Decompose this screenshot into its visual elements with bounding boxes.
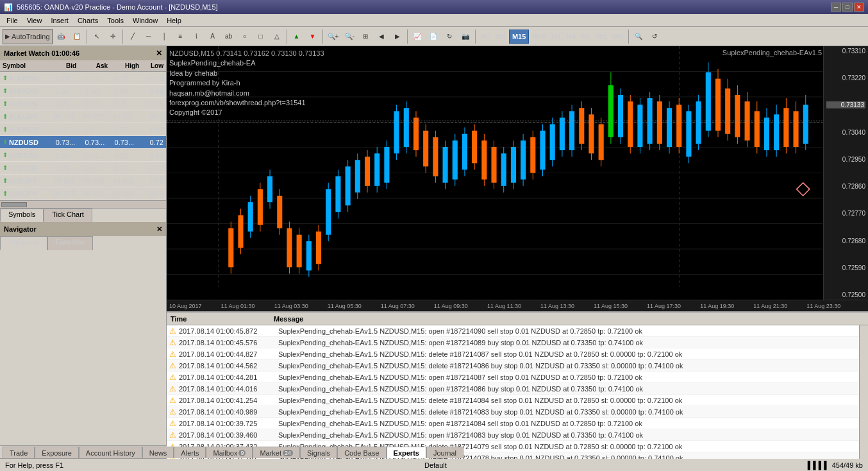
chart-info: NZDUSD,M15 0.73141 0.73162 0.73130 0.731… [169,49,324,118]
zoom-in-button[interactable]: 🔍+ [325,29,342,44]
menu-insert[interactable]: Insert [47,16,72,25]
sell-button[interactable]: ▼ [305,29,321,44]
navigator-close[interactable]: ✕ [156,225,162,234]
text-tool[interactable]: A [205,29,221,44]
menu-file[interactable]: File [3,16,22,25]
scroll-right-button[interactable]: ▶ [390,29,405,44]
chart-ohlc: NZDUSD,M15 0.73141 0.73162 0.73130 0.731… [169,49,324,58]
tf-m5[interactable]: M5 [494,30,508,44]
minimize-button[interactable]: ─ [831,3,841,12]
tf-h1[interactable]: H1 [549,30,563,44]
btab-journal[interactable]: Journal [426,447,463,458]
mw-row-audcad[interactable]: ⬆ AUDCAD 1.00... 1.00... 1.00... 0.99 [0,85,166,98]
refresh-button[interactable]: ↻ [442,29,457,44]
mw-row-nzdchf[interactable]: ⬆ NZDCHF 0.70... 0.70... 0.70... 0.70 [0,162,166,175]
ellipse-tool[interactable]: ○ [237,29,253,44]
buy-button[interactable]: ▲ [289,29,305,44]
arrow-tool[interactable]: ↖ [89,29,104,44]
zoom-out-button[interactable]: 🔍- [342,29,357,44]
line-tool[interactable]: ╱ [125,29,140,44]
btab-codebase[interactable]: Code Base [337,447,386,458]
log-msg: SuplexPending_chehab-EAv1.5 NZDUSD,M15: … [278,397,682,404]
menu-window[interactable]: Window [129,16,162,25]
btab-mailbox[interactable]: Mailbox9 [206,447,253,458]
arrow-icon: ⬆ [3,139,8,146]
fib-tool[interactable]: ⌇ [189,29,204,44]
mw-row-audusd[interactable]: ⬆ AUDUSD 0.78... 0.78... 0.78... 0.78 [0,72,166,85]
btab-trade[interactable]: Trade [3,447,35,458]
rect-tool[interactable]: □ [253,29,269,44]
btab-account-history[interactable]: Account History [79,447,142,458]
mw-row-audchf[interactable]: ⬆ AUDCHF 0.75... 0.75... 0.75... 0.75 [0,98,166,110]
symbol-label: AUDCAD [9,87,46,95]
tf-m15[interactable]: M15 [509,30,529,44]
time-1: 11 Aug 01:30 [221,303,255,309]
btab-experts[interactable]: Experts [387,447,426,458]
mw-tab-symbols[interactable]: Symbols [0,209,44,222]
channel-tool[interactable]: ≡ [173,29,188,44]
expert-icon-button[interactable]: 🤖 [53,29,69,44]
mw-tab-tickchart[interactable]: Tick Chart [44,209,92,222]
tf-m30[interactable]: M30 [530,30,548,44]
zoom-fit-button[interactable]: ⊞ [358,29,373,44]
screenshot-button[interactable]: 📷 [458,29,473,44]
close-button[interactable]: ✕ [854,3,864,12]
nav-tab-common[interactable]: Common [0,236,47,250]
log-msg: SuplexPending_chehab-EAv1.5 NZDUSD,M15: … [278,431,643,439]
template-button[interactable]: 📄 [426,29,441,44]
bid-val: 0.92... [46,151,75,159]
log-scrollbar[interactable] [859,325,868,459]
menu-help[interactable]: Help [163,16,185,25]
indicator-button[interactable]: 📈 [410,29,425,44]
crosshair-tool[interactable]: ✛ [105,29,121,44]
hscroll-thumb[interactable] [1,202,27,207]
search-button[interactable]: 🔍 [631,29,646,44]
log-row: ⚠ 2017.08.14 01:00:40.989 SuplexPending_… [167,406,859,418]
tf-h4[interactable]: H4 [564,30,578,44]
label-tool[interactable]: ab [221,29,237,44]
bid-val: 79.837 [46,177,75,185]
ask-val: 0.75... [75,100,104,108]
btab-signals[interactable]: Signals [300,447,337,458]
mw-row-audjpy[interactable]: ⬆ AUDJPY 86.147 86.197 86.152 86.0 [0,110,166,123]
warning-icon: ⚠ [169,327,176,336]
market-watch-close[interactable]: ✕ [156,49,162,58]
log-row: ⚠ 2017.08.14 01:00:41.254 SuplexPending_… [167,395,859,406]
new-chart-button[interactable]: 📋 [69,29,85,44]
triangle-tool[interactable]: △ [269,29,285,44]
main-content: Market Watch 01:00:46 ✕ Symbol Bid Ask H… [0,46,868,445]
autotrading-button[interactable]: ▶ AutoTrading [3,29,53,44]
chart-main[interactable]: NZDUSD,M15 0.73141 0.73162 0.73130 0.731… [167,46,868,300]
btab-exposure[interactable]: Exposure [35,447,78,458]
symbol-label: AUDCHF [9,100,46,108]
tf-w1[interactable]: W1 [594,30,610,44]
scroll-left-button[interactable]: ◀ [374,29,389,44]
tf-mn[interactable]: MN [610,30,626,44]
maximize-button[interactable]: □ [842,3,853,12]
btab-market[interactable]: Market24 [253,447,300,458]
btab-news[interactable]: News [142,447,174,458]
high-val: 0.70... [104,164,134,172]
market-watch-hscroll[interactable] [0,200,166,208]
warning-icon: ⚠ [169,361,176,370]
log-body: ⚠ 2017.08.14 01:00:45.872 SuplexPending_… [167,325,868,459]
toolbar-separator-3 [287,30,287,44]
mw-row-nzdjpy[interactable]: ⬆ NZDJPY 79.837 79.896 79.855 79.6 [0,175,166,187]
btab-alerts[interactable]: Alerts [174,447,206,458]
menu-tools[interactable]: Tools [103,16,128,25]
hline-tool[interactable]: ─ [141,29,156,44]
right-panel: NZDUSD,M15 0.73141 0.73162 0.73130 0.731… [167,46,868,445]
mw-row-cadjpy[interactable]: ⬆ CADJPY 86.075 86.132 86.093 85.9 [0,187,166,200]
menu-view[interactable]: View [23,16,46,25]
mw-row-nzdusd[interactable]: ⬆ NZDUSD 0.73... 0.73... 0.73... 0.72 [0,136,166,149]
log-msg: SuplexPending_chehab-EAv1.5 NZDUSD,M15: … [278,408,683,416]
tf-d1[interactable]: D1 [579,30,593,44]
nav-tab-favorites[interactable]: Favorites [47,236,93,250]
menu-charts[interactable]: Charts [74,16,102,25]
tf-m1[interactable]: M1 [478,30,492,44]
mw-row-audnzd[interactable]: ⬆ AUDNZD 1.07... 1.07... 1.07... 1.07 [0,123,166,136]
refresh2-button[interactable]: ↺ [647,29,662,44]
vline-tool[interactable]: │ [157,29,172,44]
mw-row-nzdcad[interactable]: ⬆ NZDCAD 0.92... 0.92... 0.92... 0.92 [0,149,166,162]
log-time: 2017.08.14 01:00:40.989 [179,408,278,416]
